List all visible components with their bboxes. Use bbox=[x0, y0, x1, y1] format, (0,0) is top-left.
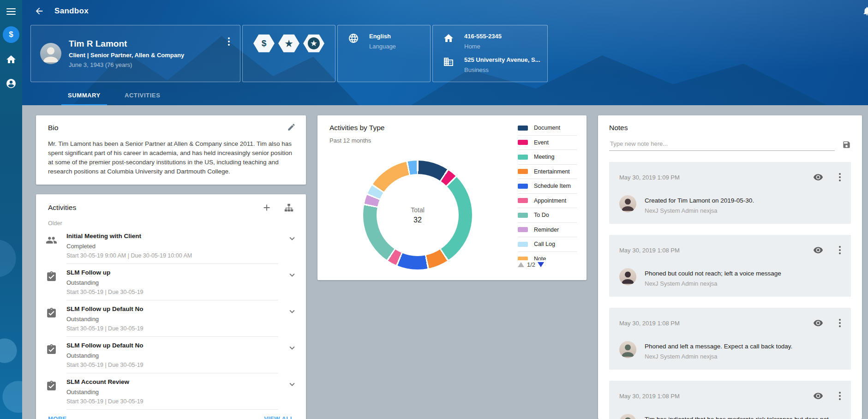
legend-item[interactable]: Note bbox=[518, 252, 577, 261]
legend-pagination: 1/2 bbox=[518, 261, 544, 268]
sidebar-item-profile[interactable] bbox=[0, 78, 22, 91]
note-menu-icon[interactable] bbox=[837, 390, 843, 402]
new-note-input[interactable] bbox=[609, 138, 835, 151]
activity-status: Outstanding bbox=[66, 279, 278, 286]
person-icon bbox=[6, 78, 17, 91]
legend-item[interactable]: To Do bbox=[518, 208, 577, 223]
activity-title: Initial Meeting with Client bbox=[66, 233, 278, 239]
note-item: May 30, 2019 1:08 PM Phoned but could no… bbox=[609, 235, 851, 297]
header-photo-banner: Sandbox Tim R Lamont Client | Senior Par… bbox=[22, 0, 868, 105]
activity-row[interactable]: SLM Follow up Outstanding Start 30-05-19… bbox=[36, 264, 306, 300]
activities-card: Activities Older Initial Meeting with Cl… bbox=[36, 194, 306, 419]
building-icon bbox=[443, 56, 454, 73]
chevron-down-icon[interactable] bbox=[278, 305, 306, 337]
client-name: Tim R Lamont bbox=[69, 39, 184, 49]
task-icon bbox=[36, 342, 66, 373]
tab-summary[interactable]: SUMMARY bbox=[61, 92, 107, 105]
chevron-down-icon[interactable] bbox=[278, 233, 306, 264]
tab-activities[interactable]: ACTIVITIES bbox=[118, 92, 167, 105]
legend-item[interactable]: Appointment bbox=[518, 194, 577, 209]
note-timestamp: May 30, 2019 1:08 PM bbox=[619, 393, 813, 400]
language-value: English bbox=[369, 33, 396, 40]
note-text: Tim has indicated that he has moderate r… bbox=[645, 415, 843, 419]
address-label: Business bbox=[464, 66, 540, 73]
activity-row[interactable]: SLM Account Review Outstanding Start 30-… bbox=[36, 373, 306, 410]
hierarchy-view-button[interactable] bbox=[284, 203, 294, 213]
activity-row[interactable]: SLM Follow up Default No Outstanding Sta… bbox=[36, 300, 306, 337]
legend-item[interactable]: Document bbox=[518, 121, 577, 136]
note-text: Created for Tim Lamont on 2019-05-30. bbox=[645, 196, 754, 205]
task-icon bbox=[36, 378, 66, 410]
client-card-menu-icon[interactable] bbox=[226, 36, 232, 48]
app-sidebar: $ bbox=[0, 0, 22, 419]
main-content: Bio Mr. Tim Lamont has been a Senior Par… bbox=[22, 105, 868, 419]
legend-page-up-icon[interactable] bbox=[518, 262, 524, 267]
note-timestamp: May 30, 2019 1:09 PM bbox=[619, 174, 813, 181]
legend-swatch bbox=[518, 155, 528, 160]
legend-item[interactable]: Call Log bbox=[518, 237, 577, 252]
sidebar-item-finance-active[interactable]: $ bbox=[3, 26, 19, 43]
activity-status: Outstanding bbox=[66, 352, 278, 359]
activity-dates: Start 30-05-19 | Due 30-05-19 bbox=[66, 362, 278, 368]
address-value[interactable]: 525 University Avenue, S... bbox=[464, 56, 540, 63]
activity-title: SLM Follow up bbox=[66, 269, 278, 276]
sidebar-item-home[interactable] bbox=[0, 54, 22, 67]
legend-swatch bbox=[518, 169, 528, 174]
note-author: NexJ System Admin nexjsa bbox=[645, 353, 792, 360]
top-app-bar: Sandbox bbox=[22, 0, 868, 22]
legend-label: Meeting bbox=[534, 154, 554, 160]
legend-item[interactable]: Reminder bbox=[518, 223, 577, 238]
contact-card: 416-555-2345 Home 525 University Avenue,… bbox=[432, 25, 548, 82]
star-badge-icon[interactable]: ★ bbox=[278, 34, 299, 53]
note-menu-icon[interactable] bbox=[837, 244, 843, 256]
back-button[interactable] bbox=[34, 6, 44, 16]
legend-label: Event bbox=[534, 139, 549, 146]
eye-icon[interactable] bbox=[813, 245, 823, 255]
task-icon bbox=[36, 269, 66, 300]
eye-icon[interactable] bbox=[813, 172, 823, 182]
legend-swatch bbox=[518, 242, 528, 247]
note-item: May 30, 2019 1:08 PM Tim has indicated t… bbox=[609, 381, 851, 419]
note-menu-icon[interactable] bbox=[837, 171, 843, 183]
legend-item[interactable]: Entertainment bbox=[518, 165, 577, 180]
bio-title: Bio bbox=[48, 124, 294, 132]
client-avatar bbox=[40, 43, 61, 64]
client-subtitle: Client | Senior Partner, Allen & Company bbox=[69, 52, 184, 59]
legend-label: Document bbox=[534, 125, 560, 131]
note-author-avatar bbox=[619, 268, 636, 285]
activities-by-type-card: Activities by Type Past 12 months Total … bbox=[317, 115, 587, 280]
chevron-down-icon[interactable] bbox=[278, 269, 306, 300]
note-text: Phoned and left a message. Expect a call… bbox=[645, 342, 792, 351]
legend-label: To Do bbox=[534, 212, 549, 218]
chevron-down-icon[interactable] bbox=[278, 378, 306, 410]
star-circle-badge-icon[interactable]: ★ bbox=[303, 34, 324, 53]
activity-dates: Start 30-05-19 9:00 AM | Due 30-05-19 10… bbox=[66, 252, 278, 259]
activity-status: Completed bbox=[66, 243, 278, 250]
activities-group-label: Older bbox=[36, 213, 306, 227]
eye-icon[interactable] bbox=[813, 318, 823, 328]
more-button[interactable]: MORE bbox=[48, 415, 67, 419]
edit-bio-button[interactable] bbox=[287, 123, 296, 133]
notifications-bell-icon[interactable] bbox=[862, 6, 868, 18]
phone-number[interactable]: 416-555-2345 bbox=[464, 33, 502, 40]
legend-item[interactable]: Schedule Item bbox=[518, 179, 577, 194]
save-note-icon[interactable] bbox=[842, 140, 851, 149]
legend-page-number: 1/2 bbox=[527, 261, 535, 268]
dollar-badge-icon[interactable]: $ bbox=[253, 34, 275, 53]
legend-page-down-icon[interactable] bbox=[538, 262, 544, 267]
chevron-down-icon[interactable] bbox=[278, 342, 306, 373]
legend-item[interactable]: Meeting bbox=[518, 150, 577, 165]
hamburger-menu-icon[interactable] bbox=[6, 8, 16, 15]
legend-item[interactable]: Event bbox=[518, 136, 577, 150]
legend-swatch bbox=[518, 126, 528, 131]
chart-legend: Document Event Meeting Entertainment Sch… bbox=[518, 121, 577, 260]
activity-row[interactable]: Initial Meeting with Client Completed St… bbox=[36, 227, 306, 264]
add-activity-button[interactable] bbox=[262, 203, 272, 213]
view-all-button[interactable]: VIEW ALL bbox=[264, 415, 294, 419]
activity-row[interactable]: SLM Follow up Default No Outstanding Sta… bbox=[36, 337, 306, 373]
donut-total-value: 32 bbox=[413, 216, 422, 224]
note-menu-icon[interactable] bbox=[837, 317, 843, 329]
note-author: NexJ System Admin nexjsa bbox=[645, 280, 781, 287]
eye-icon[interactable] bbox=[813, 391, 823, 401]
donut-chart[interactable]: Total 32 bbox=[363, 161, 472, 269]
